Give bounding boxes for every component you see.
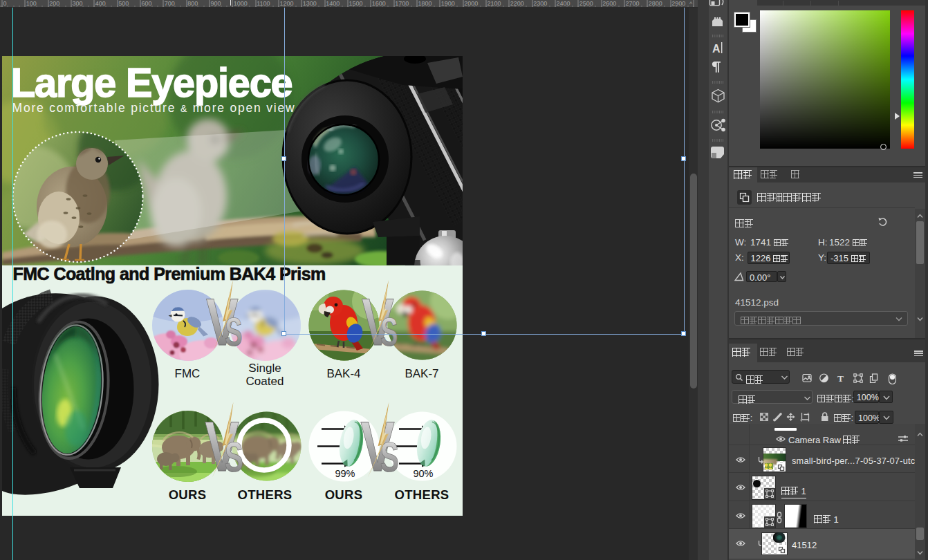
svg-text:A: A — [712, 43, 721, 55]
svg-text:T: T — [837, 373, 844, 384]
